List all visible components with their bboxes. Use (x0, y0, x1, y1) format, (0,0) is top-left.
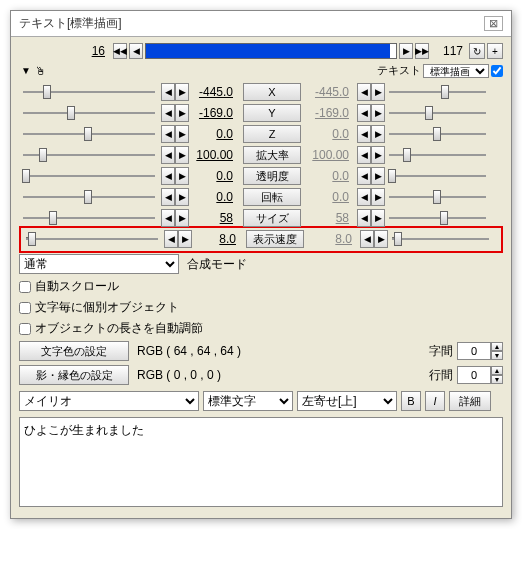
dec-icon[interactable]: ◀ (161, 188, 175, 206)
slider-left[interactable] (19, 188, 159, 206)
inc-icon[interactable]: ▶ (374, 230, 388, 248)
inc-icon[interactable]: ▶ (371, 83, 385, 101)
slider-left[interactable] (19, 167, 159, 185)
param-name-button[interactable]: 拡大率 (243, 146, 301, 164)
collapse-icon[interactable]: ▼ (21, 65, 31, 76)
value-right[interactable]: 58 (305, 211, 355, 225)
slider-right[interactable] (385, 209, 490, 227)
italic-button[interactable]: I (425, 391, 445, 411)
dec-icon[interactable]: ◀ (161, 146, 175, 164)
value-left[interactable]: 0.0 (189, 127, 239, 141)
inc-icon[interactable]: ▶ (371, 125, 385, 143)
auto-len-check[interactable] (19, 323, 31, 335)
dec-icon[interactable]: ◀ (360, 230, 374, 248)
inc-icon[interactable]: ▶ (175, 104, 189, 122)
value-right[interactable]: 8.0 (308, 232, 358, 246)
spin-up-icon[interactable]: ▲ (491, 366, 503, 375)
dec-icon[interactable]: ◀ (357, 209, 371, 227)
param-name-button[interactable]: Z (243, 125, 301, 143)
value-right[interactable]: 0.0 (305, 127, 355, 141)
section-enable-check[interactable] (491, 65, 503, 77)
timeline-end[interactable]: 117 (431, 44, 467, 58)
inc-icon[interactable]: ▶ (175, 146, 189, 164)
inc-icon[interactable]: ▶ (178, 230, 192, 248)
slider-left[interactable] (19, 83, 159, 101)
rewind-icon[interactable]: ◀◀ (113, 43, 127, 59)
inc-icon[interactable]: ▶ (371, 167, 385, 185)
ffwd-icon[interactable]: ▶▶ (415, 43, 429, 59)
value-right[interactable]: 0.0 (305, 169, 355, 183)
slider-right[interactable]: – (388, 230, 493, 248)
dec-icon[interactable]: ◀ (357, 188, 371, 206)
dec-icon[interactable]: ◀ (161, 83, 175, 101)
inc-icon[interactable]: ▶ (371, 146, 385, 164)
value-right[interactable]: 100.00 (305, 148, 355, 162)
spin-down-icon[interactable]: ▼ (491, 351, 503, 360)
dec-icon[interactable]: ◀ (161, 125, 175, 143)
dec-icon[interactable]: ◀ (357, 104, 371, 122)
inc-icon[interactable]: ▶ (175, 125, 189, 143)
slider-right[interactable] (385, 83, 490, 101)
detail-button[interactable]: 詳細 (449, 391, 491, 411)
param-name-button[interactable]: Y (243, 104, 301, 122)
slider-right[interactable] (385, 125, 490, 143)
value-left[interactable]: 58 (189, 211, 239, 225)
value-right[interactable]: 0.0 (305, 190, 355, 204)
auto-scroll-check[interactable] (19, 281, 31, 293)
value-right[interactable]: -445.0 (305, 85, 355, 99)
inc-icon[interactable]: ▶ (371, 209, 385, 227)
value-left[interactable]: 0.0 (189, 169, 239, 183)
compose-mode-combo[interactable]: 通常 (19, 254, 179, 274)
close-icon[interactable]: ⊠ (484, 16, 503, 31)
loop-icon[interactable]: ↻ (469, 43, 485, 59)
dec-icon[interactable]: ◀ (357, 146, 371, 164)
dec-icon[interactable]: ◀ (357, 125, 371, 143)
text-input[interactable] (19, 417, 503, 507)
step-back-icon[interactable]: ◀ (129, 43, 143, 59)
dec-icon[interactable]: ◀ (161, 104, 175, 122)
param-name-button[interactable]: X (243, 83, 301, 101)
bold-button[interactable]: B (401, 391, 421, 411)
dec-icon[interactable]: ◀ (161, 209, 175, 227)
inc-icon[interactable]: ▶ (371, 188, 385, 206)
plus-icon[interactable]: + (487, 43, 503, 59)
shadow-color-button[interactable]: 影・縁色の設定 (19, 365, 129, 385)
char-space-input[interactable] (457, 342, 491, 360)
param-name-button[interactable]: 透明度 (243, 167, 301, 185)
slider-right[interactable] (385, 167, 490, 185)
dec-icon[interactable]: ◀ (164, 230, 178, 248)
value-left[interactable]: -169.0 (189, 106, 239, 120)
inc-icon[interactable]: ▶ (175, 188, 189, 206)
font-combo[interactable]: メイリオ (19, 391, 199, 411)
step-fwd-icon[interactable]: ▶ (399, 43, 413, 59)
spin-down-icon[interactable]: ▼ (491, 375, 503, 384)
param-name-button[interactable]: 回転 (243, 188, 301, 206)
slider-right[interactable] (385, 188, 490, 206)
slider-left[interactable] (19, 146, 159, 164)
timeline-start[interactable]: 16 (19, 44, 111, 58)
slider-right[interactable] (385, 104, 490, 122)
mode-combo[interactable]: 標準描画 (423, 64, 489, 78)
align-combo[interactable]: 左寄せ[上] (297, 391, 397, 411)
inc-icon[interactable]: ▶ (175, 167, 189, 185)
value-left[interactable]: 0.0 (189, 190, 239, 204)
line-space-input[interactable] (457, 366, 491, 384)
value-left[interactable]: -445.0 (189, 85, 239, 99)
text-color-button[interactable]: 文字色の設定 (19, 341, 129, 361)
style-combo[interactable]: 標準文字 (203, 391, 293, 411)
dec-icon[interactable]: ◀ (161, 167, 175, 185)
dec-icon[interactable]: ◀ (357, 167, 371, 185)
dec-icon[interactable]: ◀ (357, 83, 371, 101)
value-right[interactable]: -169.0 (305, 106, 355, 120)
slider-right[interactable] (385, 146, 490, 164)
inc-icon[interactable]: ▶ (175, 83, 189, 101)
slider-left[interactable] (19, 209, 159, 227)
timeline-bar[interactable] (145, 43, 397, 59)
slider-left[interactable] (19, 125, 159, 143)
slider-left[interactable] (19, 104, 159, 122)
value-left[interactable]: 8.0 (192, 232, 242, 246)
spin-up-icon[interactable]: ▲ (491, 342, 503, 351)
inc-icon[interactable]: ▶ (371, 104, 385, 122)
value-left[interactable]: 100.00 (189, 148, 239, 162)
inc-icon[interactable]: ▶ (175, 209, 189, 227)
